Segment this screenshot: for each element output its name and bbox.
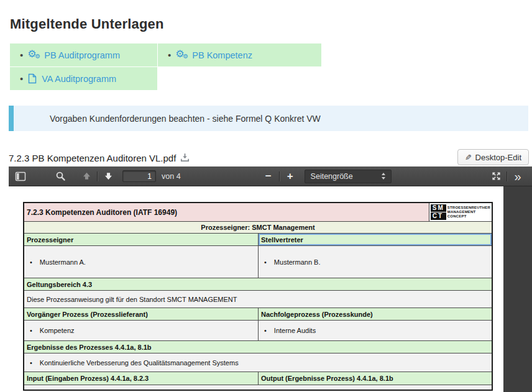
list-bullet: • (264, 258, 267, 266)
logo-text-line: STROESSENREUTHER (447, 206, 490, 210)
fullscreen-icon (491, 171, 502, 181)
fullscreen-button[interactable] (489, 170, 503, 183)
page-title: Mitgeltende Unterlagen (10, 16, 164, 32)
next-page-button[interactable] (101, 170, 115, 183)
file-icon (28, 73, 37, 84)
toolbar-separator (507, 171, 507, 181)
link-cell-pb-kompetenz[interactable]: • ⚙⚙ PB Kompetenz (158, 43, 321, 66)
process-table: 7.2.3 Kompetenzen Auditoren (IATF 16949)… (23, 202, 493, 391)
pdf-toolbar: von 4 − + Seitengröße » (9, 166, 532, 186)
zoom-out-button[interactable]: − (262, 170, 275, 183)
clipped-next-row (24, 385, 492, 390)
page-up-icon (81, 171, 92, 181)
results-item: • Kontinuierliche Verbesserung des Quali… (24, 353, 492, 371)
zoom-level-select[interactable]: Seitengröße (305, 170, 392, 183)
toolbar-separator (97, 171, 98, 181)
zoom-in-button[interactable]: + (283, 170, 297, 183)
predecessor-header: Vorgänger Prozess (Prozesslieferant) (24, 308, 258, 320)
output-header: Output (Ergebnisse Prozess) 4.4.1a, 8.1b (258, 372, 492, 385)
file-row: 7.2.3 PB Kompetenzen Auditoren VL.pdf ✎ … (9, 149, 532, 166)
list-bullet: • (30, 327, 32, 334)
gears-icon: ⚙⚙ (176, 50, 187, 61)
zoom-level-value: Seitengröße (311, 172, 353, 181)
link-pb-kompetenz[interactable]: PB Kompetenz (192, 50, 252, 60)
successor-item: • Interne Audits (258, 321, 492, 340)
pencil-icon: ✎ (465, 153, 472, 162)
viewer-background-strip (503, 186, 532, 392)
process-owner-banner: Prozesseigner: SMCT Management (24, 221, 492, 233)
successor-item-text: Interne Audits (274, 327, 316, 334)
list-bullet: • (264, 327, 267, 334)
select-arrows-icon (382, 173, 385, 180)
col-header-stellvertreter: Stellvertreter (258, 234, 492, 245)
more-tools-button[interactable]: » (511, 170, 525, 183)
logo-block-bottom: CT (431, 212, 446, 220)
results-item-text: Kontinuierliche Verbesserung des Qualitä… (40, 359, 239, 367)
list-bullet: • (30, 258, 32, 266)
table-title: 7.2.3 Kompetenzen Auditoren (IATF 16949) (24, 203, 429, 221)
page-number-input[interactable] (122, 170, 156, 182)
previous-page-button[interactable] (80, 170, 93, 183)
gears-icon: ⚙⚙ (28, 50, 39, 61)
download-icon[interactable] (180, 150, 190, 168)
predecessor-item: • Kompetenz (24, 321, 258, 340)
search-button[interactable] (53, 170, 67, 183)
notice-text: Vorgaben Kundenforderungen beachten - si… (50, 114, 321, 124)
sidebar-toggle-icon (15, 171, 26, 181)
deputy-cell: • Mustermann B. (258, 246, 492, 278)
input-header: Input (Eingaben Prozess) 4.4.1a, 8.2.3 (24, 372, 258, 385)
chevron-double-right-icon: » (514, 170, 521, 183)
owner-cell: • Mustermann A. (24, 246, 258, 278)
pdf-file-name-text: 7.2.3 PB Kompetenzen Auditoren VL.pdf (9, 150, 176, 167)
page-down-icon (103, 171, 114, 181)
owner-name: Mustermann A. (40, 258, 86, 266)
scope-text: Diese Prozessanweisung gilt für den Stan… (24, 290, 492, 308)
link-cell-pb-auditprogramm[interactable]: • ⚙⚙ PB Auditprogramm (10, 43, 157, 66)
link-va-auditprogramm[interactable]: VA Auditprogramm (42, 74, 116, 84)
logo-block-top: SM (431, 204, 446, 212)
logo-text-line: MANAGEMENT (447, 210, 490, 214)
deputy-name: Mustermann B. (274, 258, 321, 266)
sidebar-toggle-button[interactable] (14, 170, 27, 183)
predecessor-item-text: Kompetenz (40, 327, 75, 334)
info-notice: Vorgaben Kundenforderungen beachten - si… (9, 106, 528, 131)
list-bullet: • (168, 50, 171, 60)
toolbar-separator (279, 171, 280, 181)
desktop-edit-button[interactable]: ✎ Desktop-Edit (457, 149, 529, 165)
list-bullet: • (20, 50, 23, 60)
page-count-label: von 4 (162, 172, 181, 181)
smct-logo: SM CT STROESSENREUTHER MANAGEMENT CONCEP… (429, 203, 492, 221)
logo-text-line: CONCEPT (447, 214, 490, 219)
pdf-file-name: 7.2.3 PB Kompetenzen Auditoren VL.pdf (9, 149, 190, 168)
successor-header: Nachfolgeprozess (Prozesskunde) (258, 308, 492, 320)
link-cell-va-auditprogramm[interactable]: • VA Auditprogramm (10, 67, 157, 90)
related-documents-grid: • ⚙⚙ PB Auditprogramm • ⚙⚙ PB Kompetenz … (10, 43, 321, 90)
desktop-edit-label: Desktop-Edit (475, 153, 521, 162)
pdf-content-area[interactable]: 7.2.3 Kompetenzen Auditoren (IATF 16949)… (9, 186, 532, 392)
scope-header: Geltungsbereich 4.3 (24, 278, 492, 290)
pdf-viewer: von 4 − + Seitengröße » (9, 166, 532, 392)
toolbar-right-group: » (489, 170, 525, 183)
col-header-prozesseigner: Prozesseigner (24, 234, 258, 245)
results-header: Ergebnisse des Prozesses 4.4.1a, 8.1b (24, 341, 492, 353)
link-pb-auditprogramm[interactable]: PB Auditprogramm (44, 50, 120, 60)
list-bullet: • (20, 74, 23, 83)
list-bullet: • (30, 359, 32, 367)
search-icon (55, 171, 66, 181)
